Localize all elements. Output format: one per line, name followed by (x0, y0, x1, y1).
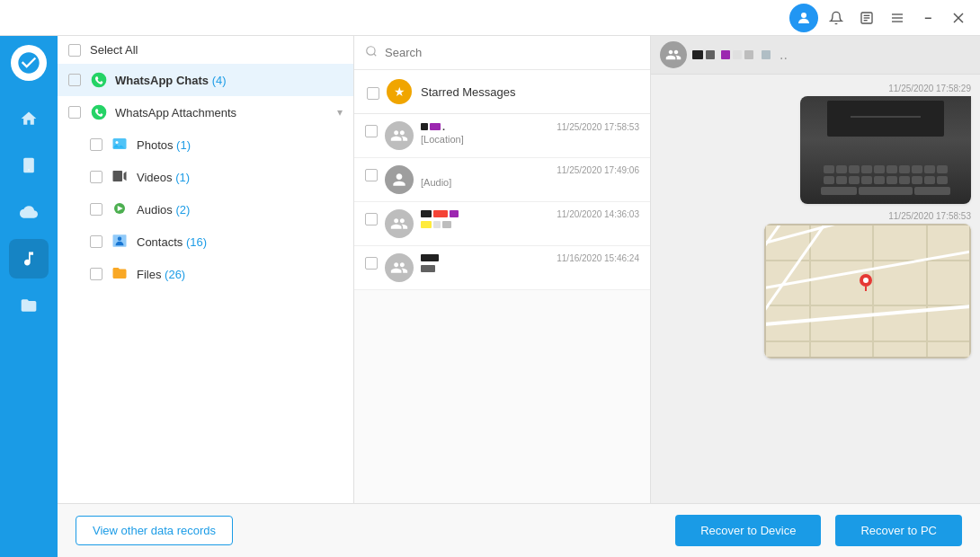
msg2-time: 11/25/2020 17:49:06 (557, 165, 639, 175)
tree-item-whatsapp-attachments[interactable]: WhatsApp Attachments ▾ (58, 96, 353, 128)
msg4-dots (421, 265, 639, 272)
msg2-header: 11/25/2020 17:49:06 (421, 165, 639, 175)
msg1-avatar (385, 121, 414, 150)
contacts-icon (111, 233, 129, 251)
preview-laptop-bubble: 11/25/2020 17:58:29 (800, 84, 971, 204)
videos-checkbox[interactable] (90, 171, 102, 183)
app-logo[interactable] (11, 45, 47, 81)
select-all-item[interactable]: Select All (58, 36, 353, 64)
svg-marker-17 (124, 172, 127, 181)
main-container: Select All WhatsApp Chats (4) (0, 36, 980, 557)
bottom-bar: View other data records Recover to Devic… (58, 503, 980, 557)
msg3-avatar (385, 209, 414, 238)
msg4-header: 11/16/2020 15:46:24 (421, 253, 639, 263)
preview-map-bubble-wrapper: 11/25/2020 17:58:53 (764, 211, 971, 358)
preview-content: 11/25/2020 17:58:29 (651, 75, 980, 503)
recover-to-device-button[interactable]: Recover to Device (675, 515, 821, 546)
svg-point-13 (92, 105, 107, 120)
starred-messages-row[interactable]: ★ Starred Messages (354, 70, 650, 114)
sidebar-item-home[interactable] (9, 99, 49, 138)
top-section: Select All WhatsApp Chats (4) (58, 36, 980, 503)
tree-item-audios[interactable]: Audios (2) (79, 193, 353, 225)
message-item-4[interactable]: 11/16/2020 15:46:24 (354, 246, 650, 290)
msg4-time: 11/16/2020 15:46:24 (557, 253, 639, 263)
preview-timestamp-2: 11/25/2020 17:58:53 (764, 211, 971, 221)
msg4-avatar (385, 253, 414, 282)
whatsapp-chats-label: WhatsApp Chats (4) (115, 74, 343, 87)
search-icon (365, 45, 378, 60)
notes-button[interactable] (854, 5, 879, 31)
message-item-3[interactable]: 11/20/2020 14:36:03 (354, 202, 650, 246)
view-records-button[interactable]: View other data records (76, 516, 233, 545)
tree-item-photos[interactable]: Photos (1) (79, 128, 353, 161)
minimize-button[interactable]: − (915, 5, 940, 31)
star-icon: ★ (387, 79, 412, 104)
preview-timestamp-1: 11/25/2020 17:58:29 (800, 84, 971, 93)
msg3-content: 11/20/2020 14:36:03 (421, 209, 639, 228)
sidebar-item-files[interactable] (9, 286, 49, 325)
preview-map-container: 11/25/2020 17:58:53 (660, 211, 971, 358)
title-bar-actions: − (789, 4, 971, 32)
svg-point-22 (367, 47, 375, 55)
whatsapp-icon (90, 71, 108, 89)
photos-checkbox[interactable] (90, 138, 102, 151)
recover-to-pc-button[interactable]: Recover to PC (835, 515, 962, 546)
select-all-checkbox[interactable] (68, 44, 81, 57)
msg2-checkbox[interactable] (365, 169, 378, 181)
video-icon (111, 168, 129, 186)
search-bar (354, 36, 650, 70)
close-button[interactable] (946, 5, 971, 31)
tree-item-contacts[interactable]: Contacts (16) (79, 225, 353, 258)
svg-line-23 (374, 54, 377, 57)
msg1-preview: [Location] (421, 134, 639, 145)
search-input[interactable] (385, 46, 639, 59)
audios-checkbox[interactable] (90, 203, 102, 216)
whatsapp-attachments-checkbox[interactable] (68, 106, 81, 119)
title-bar: − (0, 0, 980, 36)
contacts-checkbox[interactable] (90, 235, 102, 248)
msg2-avatar (385, 165, 414, 194)
svg-point-0 (801, 13, 806, 18)
preview-header: .. (651, 36, 980, 75)
message-item-2[interactable]: 11/25/2020 17:49:06 [Audio] (354, 158, 650, 202)
menu-button[interactable] (885, 5, 910, 31)
whatsapp-attachments-label: WhatsApp Attachments (115, 106, 337, 119)
msg3-checkbox[interactable] (365, 213, 378, 225)
starred-checkbox[interactable] (367, 87, 379, 100)
svg-point-15 (116, 141, 119, 144)
sidebar-item-backup[interactable] (9, 192, 49, 232)
msg4-content: 11/16/2020 15:46:24 (421, 253, 639, 272)
sidebar (0, 36, 58, 557)
content-area: Select All WhatsApp Chats (4) (58, 36, 980, 557)
sidebar-item-device[interactable] (9, 146, 49, 185)
message-item-1[interactable]: . 11/25/2020 17:58:53 [Location] (354, 114, 650, 158)
notification-button[interactable] (824, 5, 849, 31)
msg4-checkbox[interactable] (365, 257, 378, 270)
sub-items: Photos (1) Videos (1) (58, 128, 353, 290)
laptop-screen (827, 101, 944, 137)
preview-panel: .. 11/25/2020 17:58:29 (651, 36, 980, 503)
msg1-header: . 11/25/2020 17:58:53 (421, 121, 639, 132)
user-avatar[interactable] (789, 4, 818, 32)
map-image (764, 224, 971, 358)
map-bubble (764, 224, 971, 358)
preview-ellipsis: .. (780, 47, 788, 63)
tree-item-files[interactable]: Files (26) (79, 258, 353, 290)
msg3-header: 11/20/2020 14:36:03 (421, 209, 639, 219)
msg3-dots (421, 221, 639, 228)
msg3-name (421, 210, 459, 217)
sidebar-item-music[interactable] (9, 239, 49, 278)
tree-item-videos[interactable]: Videos (1) (79, 161, 353, 193)
files-checkbox[interactable] (90, 268, 102, 280)
preview-laptop-container: 11/25/2020 17:58:29 (660, 84, 971, 204)
msg1-name: . (421, 121, 445, 132)
select-all-label: Select All (90, 43, 138, 57)
laptop-image (800, 96, 971, 204)
msg2-preview: [Audio] (421, 177, 639, 188)
msg1-checkbox[interactable] (365, 125, 378, 137)
tree-item-whatsapp-chats[interactable]: WhatsApp Chats (4) (58, 64, 353, 96)
photo-icon (111, 136, 129, 154)
whatsapp-chats-checkbox[interactable] (68, 74, 81, 86)
svg-point-12 (92, 73, 107, 88)
svg-rect-16 (113, 171, 123, 181)
